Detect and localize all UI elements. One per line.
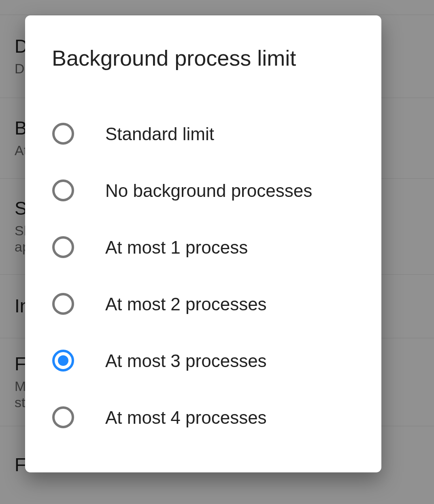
option-at-most-1-process[interactable]: At most 1 process (25, 219, 381, 275)
svg-point-1 (53, 181, 73, 200)
option-label: At most 3 processes (105, 350, 267, 372)
option-label: Standard limit (105, 123, 214, 145)
svg-point-0 (53, 124, 73, 143)
option-label: At most 1 process (105, 236, 248, 258)
radio-icon (52, 293, 74, 315)
option-no-background-processes[interactable]: No background processes (25, 162, 381, 219)
background-process-limit-dialog: Background process limit Standard limit … (25, 15, 381, 472)
dialog-options: Standard limit No background processes A… (25, 70, 381, 446)
option-standard-limit[interactable]: Standard limit (25, 105, 381, 162)
svg-point-2 (53, 237, 73, 257)
radio-icon (52, 236, 74, 258)
option-label: At most 4 processes (105, 406, 267, 429)
option-label: At most 2 processes (105, 293, 267, 315)
dialog-title: Background process limit (25, 15, 381, 70)
radio-icon (52, 122, 74, 145)
radio-icon-selected (52, 349, 74, 372)
svg-point-5 (58, 355, 68, 366)
option-label: No background processes (105, 179, 312, 202)
radio-icon (52, 179, 74, 202)
option-at-most-3-processes[interactable]: At most 3 processes (25, 332, 381, 389)
radio-icon (52, 406, 74, 429)
svg-point-3 (53, 294, 73, 314)
option-at-most-4-processes[interactable]: At most 4 processes (25, 389, 381, 446)
option-at-most-2-processes[interactable]: At most 2 processes (25, 275, 381, 332)
svg-point-6 (53, 408, 73, 427)
